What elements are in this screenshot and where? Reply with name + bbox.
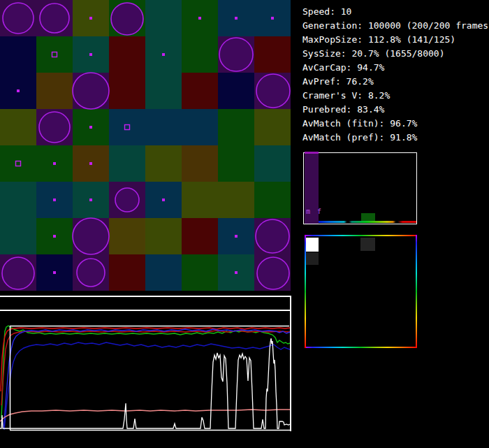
grid-cell	[109, 254, 145, 291]
grid-cell	[145, 109, 182, 145]
histogram-color-axis	[319, 221, 416, 223]
grid-cell	[182, 145, 218, 182]
grid-cell	[145, 145, 182, 182]
simulation-window: Speed: 10Generation: 100000 (200/200 fra…	[0, 0, 489, 448]
stats-panel: Speed: 10Generation: 100000 (200/200 fra…	[302, 5, 489, 145]
grid-cell	[182, 109, 218, 145]
pink-line	[0, 410, 290, 421]
stat-line: Cramer's V: 8.2%	[302, 89, 489, 103]
histogram-label: m f	[306, 208, 323, 215]
stat-line: Generation: 100000 (200/200 frames)	[302, 19, 489, 33]
histogram-bar-cap	[305, 152, 319, 154]
creature-dot-marker	[162, 53, 165, 56]
grid-cell	[0, 36, 36, 73]
stat-line: Purebred: 83.4%	[302, 103, 489, 117]
grid-cell	[109, 109, 145, 145]
matrix-cell	[306, 252, 319, 265]
matrix-border-bottom	[305, 347, 417, 348]
green-line	[1, 326, 290, 418]
grid-cell	[109, 218, 145, 254]
creature-dot-marker	[89, 198, 92, 201]
creature-circle	[77, 259, 105, 287]
world-grid[interactable]	[0, 0, 291, 291]
creature-circle	[115, 188, 139, 212]
grid-cell	[218, 145, 254, 182]
stat-line: SysSize: 20.7% (1655/8000)	[302, 47, 489, 61]
matrix-cell	[306, 238, 319, 252]
white-line	[0, 338, 290, 428]
history-chart	[0, 294, 293, 448]
blue-lower-line	[4, 342, 290, 430]
creature-circle	[256, 219, 289, 253]
histogram-box: m f	[303, 152, 417, 224]
grid-cell	[182, 254, 218, 291]
creature-dot-marker	[17, 89, 20, 92]
grid-cell	[36, 73, 73, 109]
stat-line: Speed: 10	[302, 5, 489, 19]
matrix-border-right	[416, 235, 417, 348]
creature-circle	[111, 3, 143, 35]
blue-upper-line	[3, 329, 290, 428]
grid-cell	[218, 182, 254, 218]
stat-line: AvMatch (pref): 91.8%	[302, 131, 489, 145]
grid-cell	[109, 145, 145, 182]
grid-cell	[0, 182, 36, 218]
matrix-cell	[360, 238, 375, 251]
grid-cell	[145, 254, 182, 291]
matrix-border-top	[305, 235, 417, 236]
grid-cell	[109, 73, 145, 109]
creature-dot-marker	[53, 198, 56, 201]
grid-cell	[36, 36, 73, 73]
creature-circle	[257, 257, 289, 289]
grid-cell	[254, 36, 291, 73]
creature-circle	[3, 3, 34, 34]
stat-line: AvMatch (fitn): 96.7%	[302, 117, 489, 131]
creature-dot-marker	[235, 235, 238, 238]
grid-cell	[109, 36, 145, 73]
creature-dot-marker	[271, 17, 274, 20]
creature-dot-marker	[53, 235, 56, 238]
creature-dot-marker	[53, 271, 56, 274]
grid-cell	[0, 218, 36, 254]
creature-dot-marker	[53, 162, 56, 165]
creature-dot-marker	[89, 126, 92, 129]
stat-line: MaxPopSize: 112.8% (141/125)	[302, 33, 489, 47]
red-lower-line	[1, 331, 290, 405]
histogram-bar	[361, 213, 375, 221]
creature-circle	[256, 74, 290, 108]
grid-cell	[0, 145, 36, 182]
grid-cell	[0, 109, 36, 145]
creature-circle	[219, 38, 253, 71]
grid-cell	[182, 182, 218, 218]
grid-cell	[254, 109, 291, 145]
grid-cell	[254, 182, 291, 218]
grid-cell	[182, 36, 218, 73]
stat-line: AvPref: 76.2%	[302, 75, 489, 89]
grid-cell	[182, 73, 218, 109]
creature-dot-marker	[235, 271, 238, 274]
grid-cell	[218, 73, 254, 109]
creature-dot-marker	[89, 53, 92, 56]
creature-dot-marker	[89, 17, 92, 20]
creature-dot-marker	[162, 198, 165, 201]
creature-dot-marker	[235, 17, 238, 20]
grid-cell	[182, 218, 218, 254]
creature-circle	[73, 218, 109, 254]
grid-cell	[145, 218, 182, 254]
grid-cell	[145, 0, 182, 36]
creature-dot-marker	[89, 162, 92, 165]
grid-cell	[254, 145, 291, 182]
grid-cell	[218, 109, 254, 145]
creature-dot-marker	[198, 17, 201, 20]
stat-line: AvCarCap: 94.7%	[302, 61, 489, 75]
creature-circle	[73, 73, 109, 109]
grid-cell	[145, 73, 182, 109]
matrix-box	[305, 235, 417, 348]
creature-circle	[39, 112, 70, 143]
creature-circle	[2, 257, 34, 289]
creature-circle	[40, 3, 69, 33]
